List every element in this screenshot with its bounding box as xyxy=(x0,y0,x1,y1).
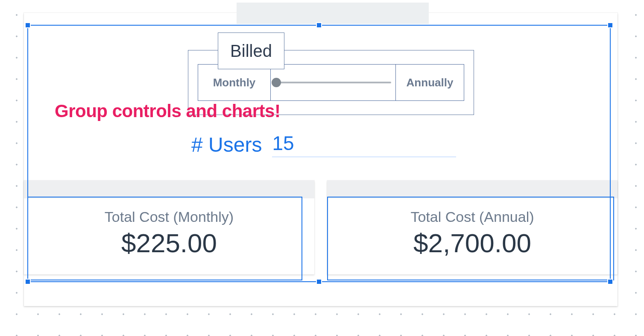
card-title-placeholder xyxy=(237,3,429,24)
users-value: 15 xyxy=(272,132,294,154)
billing-option-monthly-label: Monthly xyxy=(213,76,256,89)
resize-handle-top-right[interactable] xyxy=(607,22,613,28)
resize-handle-bottom-center[interactable] xyxy=(316,279,322,285)
billing-option-annually-label: Annually xyxy=(407,76,454,89)
resize-handle-bottom-right[interactable] xyxy=(607,279,613,285)
billing-slider-inner: Monthly Annually xyxy=(198,64,464,101)
billing-slider-track[interactable] xyxy=(276,82,391,83)
billed-label: Billed xyxy=(230,41,272,61)
billing-slider-thumb[interactable] xyxy=(272,78,281,87)
users-input[interactable]: 15 xyxy=(272,132,456,157)
resize-handle-top-center[interactable] xyxy=(316,22,322,28)
users-label: # Users xyxy=(191,133,262,156)
annotation-callout: Group controls and charts! xyxy=(55,101,280,121)
users-input-row: # Users 15 xyxy=(191,130,456,159)
billed-label-box[interactable]: Billed xyxy=(218,32,284,69)
resize-handle-bottom-left[interactable] xyxy=(25,279,31,285)
billing-option-monthly[interactable]: Monthly xyxy=(198,65,271,100)
resize-handle-top-left[interactable] xyxy=(25,22,31,28)
billing-option-annually[interactable]: Annually xyxy=(395,65,464,100)
